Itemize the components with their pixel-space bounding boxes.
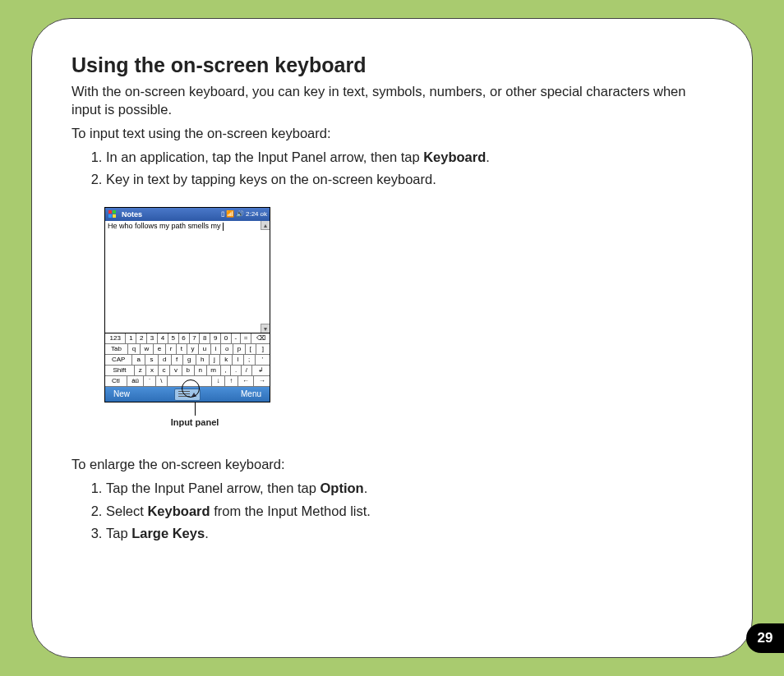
callout-line (195, 402, 196, 416)
kbd-row: 123 1 2 3 4 5 6 7 8 9 0 - = ⌫ (105, 333, 270, 344)
key: 1 (126, 333, 136, 343)
key: \ (156, 376, 168, 386)
scroll-down-icon: ▾ (261, 324, 270, 333)
key: ' (256, 355, 270, 365)
key: m (207, 366, 221, 375)
key: , (221, 366, 232, 375)
key: 4 (158, 333, 168, 343)
key: r (166, 344, 177, 354)
app-title: Notes (122, 210, 142, 218)
key: w (141, 344, 154, 354)
device-screenshot: Notes ▯ 📶 🔊 2:24 ok He who follows my pa… (104, 207, 270, 402)
key: 8 (200, 333, 210, 343)
key: / (242, 366, 252, 375)
page-number: 29 (758, 630, 773, 646)
key: ] (256, 344, 270, 354)
start-flag-icon (108, 209, 118, 219)
key: 3 (147, 333, 158, 343)
key: p (233, 344, 246, 354)
list-item: Tap Large Keys. (106, 523, 713, 545)
key: t (177, 344, 187, 354)
section2-lead: To enlarge the on-screen keyboard: (71, 455, 713, 473)
kbd-row: Shift z x c v b n m , . / ↲ (105, 366, 270, 376)
key: - (232, 333, 241, 343)
on-screen-keyboard: 123 1 2 3 4 5 6 7 8 9 0 - = ⌫ Tab (105, 333, 270, 387)
key: c (159, 366, 170, 375)
key: o (221, 344, 233, 354)
key: u (199, 344, 211, 354)
menu-right: Menu (241, 389, 261, 398)
key-backspace: ⌫ (251, 333, 270, 343)
key: n (195, 366, 207, 375)
key: i (211, 344, 221, 354)
callout-label: Input panel (104, 417, 285, 427)
key: 9 (210, 333, 221, 343)
key: y (187, 344, 199, 354)
key: x (146, 366, 158, 375)
kbd-row: CAP a s d f g h j k l ; ' (105, 355, 270, 366)
key-shift: Shift (105, 366, 135, 375)
list-item: Tap the Input Panel arrow, then tap Opti… (106, 478, 713, 499)
list-item-bold: Keyboard (147, 504, 210, 518)
key-caps: CAP (105, 355, 132, 365)
key-ctrl: Ctl (105, 376, 127, 386)
callout: Input panel (104, 402, 285, 427)
scroll-up-icon: ▴ (261, 221, 270, 230)
key: 7 (190, 333, 201, 343)
list-item-text: Select (106, 504, 147, 518)
list-item-text: In an application, tap the Input Panel a… (106, 149, 423, 164)
key: [ (246, 344, 256, 354)
list-item-post: . (364, 481, 368, 495)
list-item-post: from the Input Method list. (210, 504, 371, 518)
page-number-tab: 29 (746, 623, 784, 653)
svg-rect-2 (108, 214, 112, 218)
status-time: 2:24 (246, 211, 259, 218)
status-volume-icon: 🔊 (236, 211, 244, 218)
key-left: ← (238, 376, 255, 386)
section1-lead: To input text using the on-screen keyboa… (71, 124, 713, 142)
key: k (220, 355, 233, 365)
key: a (132, 355, 145, 365)
key: h (196, 355, 210, 365)
svg-rect-1 (113, 210, 116, 214)
key-right: → (254, 376, 270, 386)
ok-button: ok (261, 211, 267, 218)
page-title: Using the on-screen keyboard (71, 53, 713, 77)
key: 0 (221, 333, 232, 343)
status-signal-icon: ▯ (221, 211, 224, 218)
key: ; (244, 355, 256, 365)
key: . (231, 366, 242, 375)
intro-paragraph: With the on-screen keyboard, you can key… (71, 82, 713, 119)
svg-rect-0 (108, 210, 112, 214)
key: ` (144, 376, 155, 386)
list-item-post: . (205, 526, 209, 540)
list-item-bold: Keyboard (423, 149, 486, 164)
section1-list: In an application, tap the Input Panel a… (106, 147, 713, 191)
kbd-row: Tab q w e r t y u i o p [ ] (105, 344, 270, 355)
key: q (128, 344, 141, 354)
key: b (182, 366, 195, 375)
key: d (159, 355, 172, 365)
list-item-text: Key in text by tapping keys on the on-sc… (106, 172, 436, 186)
key: 5 (168, 333, 179, 343)
key: z (135, 366, 146, 375)
section2-list: Tap the Input Panel arrow, then tap Opti… (106, 478, 713, 545)
list-item-bold: Option (321, 481, 364, 495)
list-item-post: . (486, 149, 490, 164)
content-card: Using the on-screen keyboard With the on… (31, 18, 753, 658)
key: j (210, 355, 220, 365)
key: g (183, 355, 196, 365)
status-antenna-icon: 📶 (226, 211, 234, 218)
key: 6 (179, 333, 190, 343)
callout-circle-icon (182, 379, 200, 398)
note-text-area: He who follows my path smells my ▴ ▾ (105, 221, 270, 333)
list-item: Select Keyboard from the Input Method li… (106, 501, 713, 522)
key: v (170, 366, 182, 375)
key: s (145, 355, 159, 365)
key: 2 (136, 333, 147, 343)
svg-rect-3 (113, 214, 116, 218)
list-item-text: Tap (106, 526, 131, 540)
list-item-text: Tap the Input Panel arrow, then tap (106, 481, 321, 495)
key-up: ↑ (225, 376, 238, 386)
menu-left: New (113, 389, 130, 398)
